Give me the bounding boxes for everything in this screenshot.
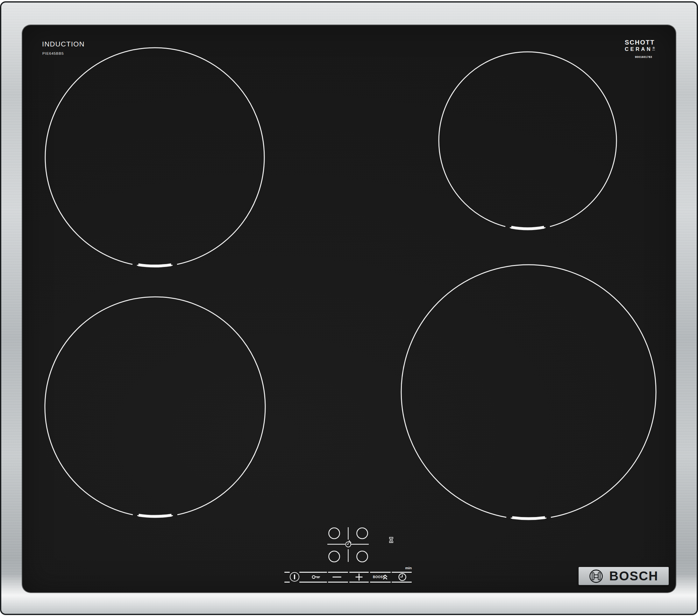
strip-line — [299, 572, 327, 573]
strip-line — [328, 572, 348, 573]
clock-icon — [399, 574, 406, 581]
zone-select-front-left-key[interactable] — [329, 551, 340, 562]
pan-position-notch — [511, 227, 544, 229]
bosch-armature-icon — [589, 569, 603, 584]
strip-line — [370, 582, 391, 583]
child-lock-button[interactable] — [312, 574, 321, 580]
zone-select-back-right-key[interactable] — [357, 528, 368, 539]
boost-chevrons-icon — [382, 574, 388, 580]
cooking-zone-back-right — [439, 52, 616, 229]
zone-selector — [322, 523, 376, 568]
zone-select-front-right-key[interactable] — [357, 551, 368, 562]
strip-line — [299, 582, 327, 583]
hourglass-icon — [389, 537, 394, 543]
cooking-zone-front-right — [401, 265, 656, 519]
strip-line — [284, 582, 290, 583]
zone-select-back-left-key[interactable] — [329, 528, 340, 539]
strip-line — [392, 582, 412, 583]
hob-body: INDUCTION PIE645BB5 SCHOTT CERAN® 900160… — [0, 1, 698, 615]
cooking-zone-back-left — [45, 48, 264, 267]
plus-icon — [356, 574, 363, 581]
power-button[interactable] — [290, 572, 299, 582]
pan-position-notch — [512, 518, 545, 519]
power-icon — [294, 574, 295, 579]
ceramic-glass-surface: INDUCTION PIE645BB5 SCHOTT CERAN® 900160… — [22, 25, 676, 592]
pan-position-notch — [138, 265, 171, 266]
cooking-zones-layer — [22, 25, 676, 592]
timer-button[interactable] — [398, 573, 407, 581]
key-icon — [312, 576, 320, 578]
cooking-zone-front-left — [45, 297, 265, 517]
bosch-badge: BOSCH — [578, 567, 669, 585]
minutes-unit-label: min — [405, 566, 412, 570]
pan-position-notch — [139, 515, 171, 516]
plus-button[interactable] — [355, 573, 363, 581]
bosch-wordmark: BOSCH — [609, 569, 658, 584]
minus-button[interactable] — [333, 576, 341, 577]
strip-line — [284, 572, 290, 573]
strip-line — [349, 582, 369, 583]
zone-timer-clock-icon — [346, 540, 351, 547]
strip-line — [370, 572, 391, 573]
strip-line — [328, 582, 348, 583]
